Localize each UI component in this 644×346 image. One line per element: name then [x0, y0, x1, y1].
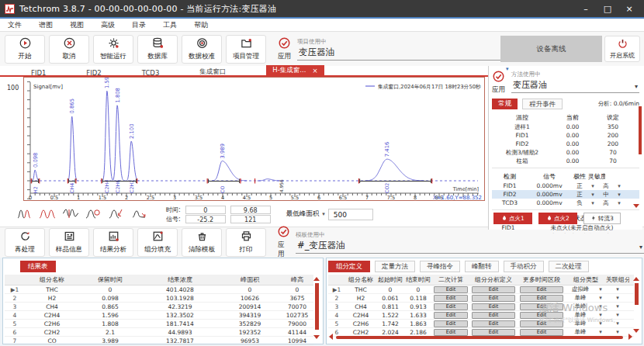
edit-analysis-definition-button[interactable]: Edit: [472, 286, 515, 293]
table-row[interactable]: FID1未点火(未开启自动点火): [492, 223, 639, 232]
close-tab-icon[interactable]: ×: [312, 67, 317, 74]
table-row[interactable]: 3CH40.86542.321920091470070: [5, 303, 313, 311]
取消-button[interactable]: 取消: [49, 35, 89, 64]
再处理-button[interactable]: 再处理: [5, 228, 45, 257]
table-row[interactable]: 5C2H61.808181.741435282979000: [5, 320, 313, 328]
table-row[interactable]: 2H20.098103.1928106263675: [5, 294, 313, 303]
peak-merge-icon[interactable]: [39, 207, 56, 222]
智能运行-button[interactable]: 智能运行: [93, 35, 133, 64]
table-row[interactable]: FID10.000mv正▾高▾: [492, 182, 639, 190]
数据校准-button[interactable]: 数据校准: [182, 35, 222, 64]
edit-secondary-calc-button[interactable]: Edit: [434, 295, 467, 302]
scroll-down-icon[interactable]: [633, 204, 639, 208]
linked-component-select[interactable]: ▾: [606, 303, 629, 310]
打印-button[interactable]: 打印: [226, 228, 266, 257]
definition-tab-active[interactable]: 组分定义: [328, 261, 370, 272]
definition-tab[interactable]: 手动积分: [504, 261, 544, 272]
项目管理-button[interactable]: 项目管理: [226, 35, 266, 64]
edit-secondary-calc-button[interactable]: Edit: [434, 286, 467, 293]
time-max-field[interactable]: 9.68: [230, 206, 271, 214]
horizontal-scrollbar-thumb[interactable]: [336, 336, 623, 339]
edit-time-ranges-button[interactable]: Edit: [520, 312, 563, 319]
edit-time-ranges-button[interactable]: Edit: [520, 286, 563, 293]
table-row[interactable]: 柱箱0.0070: [492, 157, 639, 165]
definition-tab[interactable]: 峰翻转: [465, 261, 499, 272]
apply-template-button[interactable]: 应用: [278, 226, 289, 259]
edit-analysis-definition-button[interactable]: Edit: [472, 320, 515, 327]
template-select[interactable]: #_变压器油 ▾: [296, 239, 644, 254]
menu-item[interactable]: 工具: [163, 20, 177, 30]
minimize-button[interactable]: –: [576, 4, 596, 14]
panel-collapse-icon[interactable]: ▾: [506, 66, 509, 72]
peak-circle-icon[interactable]: [85, 207, 102, 222]
chevron-down-icon[interactable]: ▾: [615, 200, 624, 206]
edit-analysis-definition-button[interactable]: Edit: [472, 329, 515, 336]
edit-analysis-definition-button[interactable]: Edit: [472, 312, 515, 319]
signal-max-field[interactable]: 121: [230, 215, 271, 223]
ignite2-button[interactable]: 点火2: [538, 213, 577, 224]
table-row[interactable]: 5 C2H6 1.742 1.863 Edit Edit Edit 单峰 ▾ ▾: [328, 320, 634, 328]
peak-skim-icon[interactable]: [132, 207, 149, 222]
definition-tab[interactable]: 寻峰指令: [420, 261, 460, 272]
scroll-up-icon[interactable]: [633, 277, 639, 281]
definition-tab[interactable]: 二次处理: [549, 261, 589, 272]
组分填充-button[interactable]: 组分填充: [137, 228, 178, 257]
table-row[interactable]: 2 H2 0.061 0.118 Edit Edit Edit 单峰 ▾ ▾: [328, 294, 634, 303]
table-row[interactable]: 4C2H41.596132.3502394319102735: [5, 311, 313, 320]
chevron-down-icon[interactable]: ▾: [588, 200, 597, 206]
results-table-tab[interactable]: 结果表: [20, 261, 56, 272]
peak-type-select[interactable]: ▾: [595, 295, 606, 301]
开始-button[interactable]: 开始: [5, 35, 45, 64]
close-button[interactable]: ×: [619, 4, 639, 14]
chevron-down-icon[interactable]: ▾: [615, 183, 624, 189]
table-row[interactable]: 3 CH4 0.811 0.913 Edit Edit Edit 单峰 ▾ ▾: [328, 303, 634, 311]
edit-secondary-calc-button[interactable]: Edit: [434, 320, 467, 327]
table-row[interactable]: FID10.00200: [492, 131, 639, 140]
edit-time-ranges-button[interactable]: Edit: [520, 303, 563, 310]
scroll-down-icon[interactable]: [313, 335, 320, 339]
table-row[interactable]: 4 C2H4 1.522 1.633 Edit Edit Edit 单峰 ▾ ▾: [328, 311, 634, 320]
apply-project-button[interactable]: 应用: [278, 37, 291, 61]
table-row[interactable]: ▶1 THC 0 0 Edit Edit Edit 虚拟峰 ▾ ▾: [328, 285, 634, 294]
table-row[interactable]: 进样10.00350: [492, 123, 639, 131]
edit-time-ranges-button[interactable]: Edit: [520, 329, 563, 336]
table-row[interactable]: TCD30.000mv负▾高▾: [492, 199, 639, 207]
样品信息-button[interactable]: 样品信息: [49, 228, 89, 257]
chevron-down-icon[interactable]: ▾: [322, 211, 325, 217]
清除模板-button[interactable]: 清除模板: [182, 228, 222, 257]
table-row[interactable]: 6C2H22.144.989319235241144: [5, 328, 313, 337]
数据库-button[interactable]: 数据库: [137, 35, 178, 64]
chevron-down-icon[interactable]: ▾: [615, 192, 624, 198]
menu-item[interactable]: 视图: [70, 20, 84, 30]
ignite1-button[interactable]: 点火1: [493, 213, 532, 224]
tab-program-events[interactable]: 程升事件: [522, 99, 563, 109]
linked-component-select[interactable]: ▾: [606, 312, 629, 318]
peak-valley-icon[interactable]: [62, 207, 79, 222]
peak-type-select[interactable]: ▾: [595, 286, 606, 292]
min-peak-area-input[interactable]: 500: [328, 209, 373, 220]
time-min-field[interactable]: 0: [185, 206, 226, 214]
vertical-scrollbar-thumb[interactable]: [639, 106, 642, 154]
peak-type-select[interactable]: ▾: [595, 329, 606, 335]
table-row[interactable]: 7CO3.989132.78179695310994: [5, 337, 313, 345]
menu-item[interactable]: 高级: [101, 20, 115, 30]
edit-analysis-definition-button[interactable]: Edit: [472, 295, 515, 302]
linked-component-select[interactable]: ▾: [606, 286, 629, 292]
scroll-right-icon[interactable]: [628, 334, 632, 340]
linked-component-select[interactable]: ▾: [606, 329, 629, 335]
linked-component-select[interactable]: ▾: [606, 320, 629, 327]
vertical-scrollbar-thumb[interactable]: [315, 283, 319, 330]
chevron-down-icon[interactable]: ▾: [588, 183, 597, 189]
peak-type-select[interactable]: ▾: [595, 320, 606, 327]
menu-item[interactable]: 文件: [8, 20, 22, 30]
table-row[interactable]: FID20.000mv正▾中▾: [492, 190, 639, 199]
peak-type-select[interactable]: ▾: [595, 312, 606, 318]
peak-type-select[interactable]: ▾: [595, 303, 606, 310]
table-row[interactable]: FID2未点火(未开启自动点火): [492, 232, 639, 234]
结果分析-button[interactable]: 结果分析: [93, 228, 133, 257]
table-row[interactable]: ▶1THC0401.402800: [5, 285, 313, 294]
chevron-down-icon[interactable]: ▾: [588, 192, 597, 198]
table-row[interactable]: 检测3/辅助20.0070: [492, 148, 639, 157]
scroll-down-icon[interactable]: [633, 329, 639, 333]
divert-button[interactable]: 转流3: [583, 213, 621, 224]
